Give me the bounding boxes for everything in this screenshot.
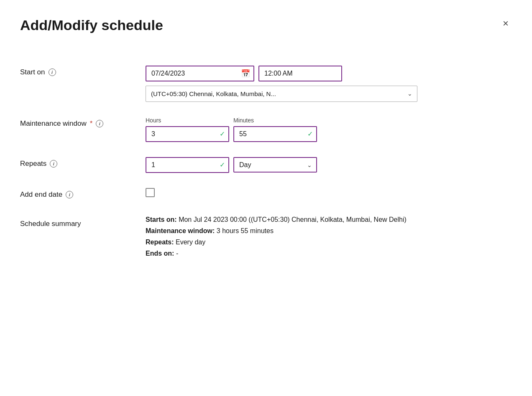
add-end-date-label-col: Add end date i: [20, 188, 146, 199]
end-date-checkbox-wrapper: [146, 188, 512, 197]
close-button[interactable]: ×: [499, 17, 512, 30]
repeats-summary-label: Repeats:: [146, 239, 174, 246]
repeat-period-wrapper: Day Week Month ⌄: [233, 157, 317, 173]
maintenance-window-label: Maintenance window: [20, 119, 87, 128]
dialog-header: Add/Modify schedule ×: [20, 17, 512, 34]
repeats-row: Repeats i ✓ Day Week Month ⌄: [20, 149, 512, 180]
hours-input-wrapper: ✓: [146, 126, 229, 142]
repeats-label: Repeats: [20, 160, 46, 168]
schedule-summary-content-col: Starts on: Mon Jul 24 2023 00:00 ((UTC+0…: [146, 214, 512, 259]
add-modify-schedule-dialog: Add/Modify schedule × Start on i 📅: [0, 0, 532, 396]
repeat-num-input[interactable]: [146, 157, 229, 173]
schedule-summary-row: Schedule summary Starts on: Mon Jul 24 2…: [20, 206, 512, 271]
hours-input[interactable]: [146, 126, 229, 142]
start-on-control-col: 📅 (UTC+05:30) Chennai, Kolkata, Mumbai, …: [146, 66, 512, 102]
repeats-summary-value: Every day: [176, 239, 205, 246]
start-on-label-col: Start on i: [20, 66, 146, 76]
start-on-input-row: 📅: [146, 66, 512, 81]
timezone-select[interactable]: (UTC+05:30) Chennai, Kolkata, Mumbai, N.…: [146, 86, 417, 102]
repeat-period-select[interactable]: Day Week Month: [233, 157, 317, 173]
ends-on-value: -: [176, 250, 178, 257]
date-input-wrapper: 📅: [146, 66, 254, 81]
summary-maint-window: Maintenance window: 3 hours 55 minutes: [146, 225, 512, 236]
add-end-date-label: Add end date: [20, 190, 62, 199]
maintenance-window-row: Maintenance window * i Hours ✓ Minutes: [20, 109, 512, 149]
minutes-input[interactable]: [233, 126, 317, 142]
repeat-num-wrapper: ✓: [146, 157, 229, 173]
start-on-info-icon: i: [49, 69, 56, 76]
summary-ends-on: Ends on: -: [146, 248, 512, 259]
maintenance-window-control-col: Hours ✓ Minutes ✓: [146, 117, 512, 142]
hours-label: Hours: [146, 117, 229, 124]
minutes-label: Minutes: [233, 117, 317, 124]
add-end-date-control-col: [146, 188, 512, 197]
starts-on-value: Mon Jul 24 2023 00:00 ((UTC+05:30) Chenn…: [179, 216, 407, 223]
time-input[interactable]: [258, 66, 342, 81]
date-input[interactable]: [146, 66, 254, 81]
summary-starts-on: Starts on: Mon Jul 24 2023 00:00 ((UTC+0…: [146, 214, 512, 225]
hours-minutes-row: Hours ✓ Minutes ✓: [146, 117, 512, 142]
maint-window-value: 3 hours 55 minutes: [217, 227, 274, 234]
starts-on-label: Starts on:: [146, 216, 177, 223]
timezone-select-wrapper: (UTC+05:30) Chennai, Kolkata, Mumbai, N.…: [146, 86, 417, 102]
maint-window-label: Maintenance window:: [146, 227, 215, 234]
calendar-icon[interactable]: 📅: [241, 69, 250, 78]
maintenance-window-label-col: Maintenance window * i: [20, 117, 146, 128]
dialog-title: Add/Modify schedule: [20, 17, 163, 34]
schedule-summary-label: Schedule summary: [20, 216, 81, 228]
form-body: Start on i 📅 (UTC+05:30) Chennai, Kolkat…: [20, 54, 512, 271]
required-star: *: [90, 119, 93, 128]
ends-on-label: Ends on:: [146, 250, 174, 257]
schedule-summary-content: Starts on: Mon Jul 24 2023 00:00 ((UTC+0…: [146, 214, 512, 259]
add-end-date-row: Add end date i: [20, 180, 512, 206]
repeats-label-col: Repeats i: [20, 157, 146, 168]
repeats-info-icon: i: [50, 160, 57, 168]
start-on-label: Start on: [20, 68, 45, 76]
add-end-date-info-icon: i: [66, 191, 73, 198]
minutes-input-wrapper: ✓: [233, 126, 317, 142]
maintenance-window-info-icon: i: [96, 120, 103, 127]
repeats-control-col: ✓ Day Week Month ⌄: [146, 157, 512, 173]
repeats-input-row: ✓ Day Week Month ⌄: [146, 157, 512, 173]
start-on-row: Start on i 📅 (UTC+05:30) Chennai, Kolkat…: [20, 54, 512, 109]
minutes-group: Minutes ✓: [233, 117, 317, 142]
end-date-checkbox[interactable]: [146, 188, 155, 197]
schedule-summary-label-col: Schedule summary: [20, 214, 146, 228]
hours-group: Hours ✓: [146, 117, 229, 142]
summary-repeats: Repeats: Every day: [146, 236, 512, 248]
